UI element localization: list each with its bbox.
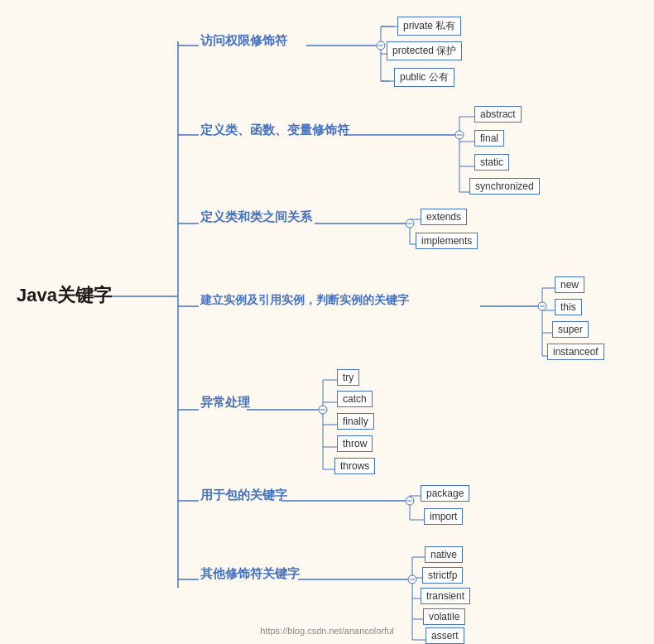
leaf-try: try bbox=[337, 369, 359, 386]
svg-point-53 bbox=[455, 131, 464, 139]
leaf-protected: protected 保护 bbox=[387, 41, 462, 60]
leaf-private: private 私有 bbox=[397, 17, 461, 36]
leaf-abstract: abstract bbox=[474, 106, 522, 123]
leaf-native: native bbox=[425, 546, 463, 563]
svg-point-55 bbox=[406, 219, 414, 228]
leaf-synchronized: synchronized bbox=[469, 178, 540, 195]
leaf-assert: assert bbox=[426, 627, 464, 644]
branch-exception: 异常处理 bbox=[200, 395, 250, 411]
leaf-super: super bbox=[552, 321, 589, 338]
branch-other: 其他修饰符关键字 bbox=[200, 566, 300, 582]
leaf-throws: throws bbox=[334, 458, 375, 474]
leaf-instanceof: instanceof bbox=[547, 344, 604, 360]
branch-package: 用于包的关键字 bbox=[200, 488, 287, 503]
branch-define: 定义类、函数、变量修饰符 bbox=[200, 123, 349, 138]
leaf-implements: implements bbox=[416, 233, 478, 249]
svg-point-61 bbox=[406, 497, 414, 505]
svg-point-63 bbox=[408, 575, 416, 584]
leaf-public: public 公有 bbox=[394, 68, 454, 87]
leaf-volatile: volatile bbox=[423, 608, 465, 625]
root-node: Java关键字 bbox=[17, 283, 112, 308]
leaf-new: new bbox=[555, 276, 584, 293]
leaf-final: final bbox=[474, 130, 504, 147]
leaf-package: package bbox=[421, 485, 469, 502]
leaf-extends: extends bbox=[421, 209, 467, 225]
svg-point-59 bbox=[319, 406, 327, 414]
branch-access: 访问权限修饰符 bbox=[200, 33, 287, 49]
leaf-static: static bbox=[474, 154, 509, 171]
svg-point-51 bbox=[377, 41, 385, 50]
svg-point-57 bbox=[538, 302, 546, 310]
diagram-container: Java关键字 访问权限修饰符 private 私有 protected 保护 … bbox=[0, 0, 654, 644]
leaf-finally: finally bbox=[337, 413, 374, 430]
leaf-strictfp: strictfp bbox=[422, 567, 463, 584]
branch-instance: 建立实例及引用实例，判断实例的关键字 bbox=[200, 293, 409, 308]
leaf-transient: transient bbox=[421, 588, 470, 604]
leaf-import: import bbox=[424, 508, 463, 525]
leaf-catch: catch bbox=[337, 391, 373, 407]
watermark: https://blog.csdn.net/anancolorful bbox=[260, 626, 393, 636]
leaf-this: this bbox=[555, 299, 582, 315]
branch-relation: 定义类和类之间关系 bbox=[200, 209, 312, 225]
leaf-throw: throw bbox=[337, 435, 373, 452]
